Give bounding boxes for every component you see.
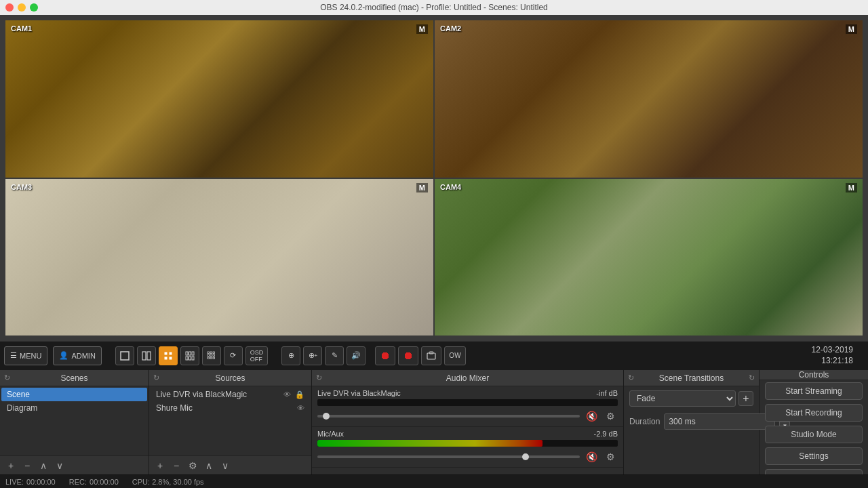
audio-refresh-icon[interactable]: ↻ <box>316 373 322 382</box>
source-add-btn[interactable]: + <box>153 459 167 472</box>
live-time: 00:00:00 <box>26 478 56 486</box>
stop-btn[interactable]: ⏺ <box>398 346 418 365</box>
settings-btn[interactable]: Settings <box>765 447 863 465</box>
transition-select-row: Fade + <box>624 386 759 411</box>
audio-track-1-controls: 🔇 ⚙ <box>317 409 618 424</box>
cam1-label: CAM1 <box>11 24 32 33</box>
rec-status: REC: 00:00:00 <box>69 478 119 486</box>
svg-rect-3 <box>164 352 167 355</box>
audio-track-2-meter <box>317 440 618 447</box>
svg-rect-20 <box>210 357 212 359</box>
menu-label: MENU <box>20 352 41 360</box>
audio-track-2-settings-btn[interactable]: ⚙ <box>603 449 618 464</box>
audio-track-1-mute-btn[interactable]: 🔇 <box>584 409 599 424</box>
cam2-feed <box>435 20 863 178</box>
audio-track-1-name: Live DVR via BlackMagic <box>317 389 580 397</box>
live-label: LIVE: <box>5 478 24 486</box>
cam2-cell: CAM2 M <box>435 20 863 178</box>
scene-up-btn[interactable]: ∧ <box>37 459 50 472</box>
layout-2x2-btn[interactable] <box>159 346 178 365</box>
cam4-cell: CAM4 M <box>435 179 863 336</box>
transitions-panel-header: ↻ Scene Transitions ↻ <box>624 370 759 386</box>
rec-time: 00:00:00 <box>90 478 119 486</box>
audio-track-2-volume-thumb <box>522 453 529 460</box>
scenes-panel: ↻ Scenes Scene Diagram + − ∧ ∨ <box>0 370 149 474</box>
cam2-m: M <box>846 24 857 34</box>
audio-track-1-volume-slider[interactable] <box>317 415 580 418</box>
duration-input[interactable] <box>664 413 775 430</box>
osd-btn[interactable]: OSDOFF <box>245 346 269 365</box>
audio-title: Audio Mixer <box>446 373 489 383</box>
audio-dvr-btn[interactable]: 🔊 <box>347 346 366 365</box>
transition-add-btn[interactable]: + <box>738 391 753 406</box>
source-item-mic[interactable]: Shure Mic 👁 <box>151 401 310 415</box>
scenes-refresh-icon[interactable]: ↻ <box>4 373 10 382</box>
svg-rect-8 <box>189 352 191 355</box>
scene-transitions-panel: ↻ Scene Transitions ↻ Fade + Duration ▲ … <box>624 370 760 474</box>
layout-2col-btn[interactable] <box>137 346 156 365</box>
source-remove-btn[interactable]: − <box>170 459 183 472</box>
admin-button[interactable]: 👤 ADMIN <box>53 346 101 365</box>
capture-btn[interactable] <box>421 346 441 365</box>
titlebar: OBS 24.0.2-modified (mac) - Profile: Unt… <box>0 0 868 15</box>
scene-remove-btn[interactable]: − <box>20 459 34 472</box>
scene-item-diagram[interactable]: Diagram <box>1 401 147 415</box>
scene-list: Scene Diagram <box>0 386 149 455</box>
status-bar: LIVE: 00:00:00 REC: 00:00:00 CPU: 2.8%, … <box>0 474 868 488</box>
audio-track-2-mute-btn[interactable]: 🔇 <box>584 449 599 464</box>
sources-refresh-icon[interactable]: ↻ <box>153 373 159 382</box>
live-status: LIVE: 00:00:00 <box>5 478 56 486</box>
sync-btn[interactable]: ⟳ <box>224 346 243 365</box>
scene-add-btn[interactable]: + <box>4 459 18 472</box>
transitions-add-icon[interactable]: ↻ <box>749 373 755 382</box>
scenes-panel-header: ↻ Scenes <box>0 370 149 386</box>
svg-rect-9 <box>192 352 194 355</box>
svg-rect-14 <box>210 352 212 354</box>
cam2-label: CAM2 <box>440 24 461 33</box>
source-settings-btn[interactable]: ⚙ <box>186 459 199 472</box>
minimize-button[interactable] <box>18 3 26 12</box>
scene-down-btn[interactable]: ∨ <box>53 459 66 472</box>
source-up-btn[interactable]: ∧ <box>202 459 216 472</box>
svg-rect-0 <box>121 352 129 360</box>
source-item-dvr-icons: 👁 🔒 <box>283 390 304 399</box>
transitions-title: Scene Transitions <box>659 373 724 383</box>
record-btn[interactable]: ⏺ <box>375 346 395 365</box>
svg-rect-4 <box>169 352 172 355</box>
ow-btn[interactable]: OW <box>444 346 465 365</box>
dvr-toolbar: ☰ MENU 👤 ADMIN <box>0 341 868 369</box>
layout-4x4-btn[interactable] <box>202 346 221 365</box>
layout-3x2-btn[interactable] <box>180 346 199 365</box>
audio-track-1-settings-btn[interactable]: ⚙ <box>603 409 618 424</box>
cam3-cell: CAM3 M <box>5 179 433 336</box>
controls-panel: Controls Start Streaming Start Recording… <box>760 370 868 474</box>
menu-button[interactable]: ☰ MENU <box>4 346 47 365</box>
svg-rect-15 <box>213 352 215 354</box>
layout-single-btn[interactable] <box>115 346 134 365</box>
start-recording-btn[interactable]: Start Recording <box>765 404 863 422</box>
transition-type-select[interactable]: Fade <box>629 390 736 407</box>
dvr-date: 12-03-2019 <box>812 345 853 356</box>
controls-title: Controls <box>799 370 829 380</box>
edit-btn[interactable]: ✎ <box>325 346 344 365</box>
source-visibility-icon[interactable]: 👁 <box>283 390 291 399</box>
audio-track-2-name: Mic/Aux <box>317 430 580 438</box>
source-down-btn[interactable]: ∨ <box>218 459 232 472</box>
maximize-button[interactable] <box>30 3 38 12</box>
source-mic-visibility-icon[interactable]: 👁 <box>297 404 304 412</box>
zoom-btn[interactable]: ⊕+ <box>303 346 322 365</box>
source-item-dvr[interactable]: Live DVR via BlackMagic 👁 🔒 <box>151 388 310 401</box>
audio-track-2-header: Mic/Aux -2.9 dB <box>317 430 618 438</box>
transitions-refresh-icon[interactable]: ↻ <box>628 373 634 382</box>
cam1-m: M <box>416 24 428 34</box>
start-streaming-btn[interactable]: Start Streaming <box>765 382 863 400</box>
ptz-btn[interactable]: ⊕ <box>281 346 300 365</box>
close-button[interactable] <box>5 3 14 12</box>
cam1-cell: CAM1 M <box>5 20 433 178</box>
dvr-time: 13:21:18 <box>812 356 853 367</box>
audio-track-2-volume-slider[interactable] <box>317 455 580 458</box>
source-lock-icon[interactable]: 🔒 <box>295 390 304 399</box>
svg-rect-16 <box>208 354 210 357</box>
scene-item-scene[interactable]: Scene <box>1 388 147 401</box>
studio-mode-btn[interactable]: Studio Mode <box>765 426 863 443</box>
